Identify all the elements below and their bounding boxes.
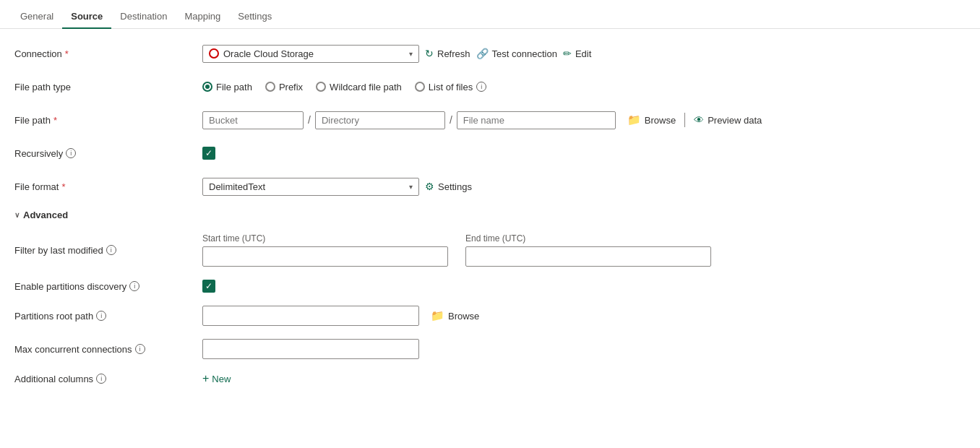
advanced-content: Filter by last modified i Start time (UT…: [14, 233, 966, 385]
partitions-root-path-input[interactable]: [202, 306, 419, 326]
recursively-control: ✓: [202, 147, 966, 160]
file-path-type-label: File path type: [14, 82, 202, 92]
additional-columns-control: + New: [202, 372, 231, 385]
plus-icon: +: [202, 372, 209, 385]
new-label: New: [212, 374, 231, 384]
recursively-check-mark: ✓: [205, 148, 212, 158]
advanced-toggle[interactable]: ∨ Advanced: [14, 210, 966, 220]
tab-destination[interactable]: Destination: [111, 5, 176, 29]
start-time-input[interactable]: [202, 246, 448, 267]
connection-dropdown[interactable]: Oracle Cloud Storage ▾: [202, 45, 419, 63]
max-connections-input[interactable]: [202, 339, 419, 359]
directory-input[interactable]: [315, 111, 445, 129]
filter-last-modified-info-icon: i: [106, 245, 116, 255]
add-column-button[interactable]: + New: [202, 372, 231, 385]
tab-general[interactable]: General: [12, 5, 62, 29]
tab-source[interactable]: Source: [62, 5, 111, 29]
radio-filepath[interactable]: File path: [202, 82, 252, 92]
recursively-info-icon: i: [66, 148, 76, 158]
file-path-control: / / 📁 Browse 👁 Preview data: [202, 111, 966, 129]
filter-last-modified-control: Start time (UTC) End time (UTC): [202, 233, 711, 267]
connection-dropdown-arrow: ▾: [409, 50, 413, 58]
connection-control: Oracle Cloud Storage ▾ ↻ Refresh 🔗 Test …: [202, 45, 966, 63]
max-connections-info-icon: i: [135, 344, 145, 354]
filter-last-modified-row: Filter by last modified i Start time (UT…: [14, 233, 966, 267]
preview-data-button[interactable]: 👁 Preview data: [694, 114, 762, 126]
tab-settings[interactable]: Settings: [229, 5, 280, 29]
test-connection-button[interactable]: 🔗 Test connection: [476, 48, 557, 59]
file-format-required: *: [61, 181, 65, 192]
enable-partitions-info-icon: i: [129, 281, 139, 291]
filename-input[interactable]: [457, 111, 616, 129]
filter-last-modified-label-text: Filter by last modified: [14, 245, 103, 256]
preview-label: Preview data: [708, 115, 762, 126]
partitions-browse-button[interactable]: 📁 Browse: [431, 309, 479, 322]
radio-wildcard-label: Wildcard file path: [330, 82, 402, 92]
additional-columns-label-text: Additional columns: [14, 374, 93, 384]
refresh-label: Refresh: [437, 48, 470, 59]
tab-bar: General Source Destination Mapping Setti…: [0, 0, 980, 29]
connection-value: Oracle Cloud Storage: [223, 48, 405, 59]
enable-partitions-label-text: Enable partitions discovery: [14, 281, 126, 292]
additional-columns-label: Additional columns i: [14, 374, 202, 384]
file-format-row: File format * DelimitedText ▾ ⚙ Settings: [14, 176, 966, 197]
start-time-item: Start time (UTC): [202, 233, 448, 267]
recursively-row: Recursively i ✓: [14, 143, 966, 163]
filter-last-modified-label: Filter by last modified i: [14, 245, 202, 256]
refresh-icon: ↻: [425, 48, 434, 59]
max-connections-label: Max concurrent connections i: [14, 344, 202, 355]
enable-partitions-row: Enable partitions discovery i ✓: [14, 280, 966, 293]
settings-gear-icon: ⚙: [425, 181, 434, 192]
file-path-type-radio-group: File path Prefix Wildcard file path List…: [202, 82, 486, 92]
bucket-input[interactable]: [202, 111, 304, 129]
partitions-browse-label: Browse: [448, 311, 479, 322]
connection-label-text: Connection: [14, 48, 62, 59]
max-connections-control: [202, 339, 419, 359]
radio-listfiles-input[interactable]: [415, 82, 425, 92]
file-format-dropdown[interactable]: DelimitedText ▾: [202, 178, 419, 196]
connection-label: Connection *: [14, 48, 202, 59]
main-content: Connection * Oracle Cloud Storage ▾ ↻ Re…: [0, 29, 980, 413]
radio-listfiles[interactable]: List of files i: [415, 82, 486, 92]
tab-mapping[interactable]: Mapping: [176, 5, 229, 29]
file-path-row: File path * / / 📁 Browse 👁 Preview data: [14, 110, 966, 130]
max-connections-label-text: Max concurrent connections: [14, 344, 132, 355]
file-format-control: DelimitedText ▾ ⚙ Settings: [202, 178, 966, 196]
enable-partitions-control: ✓: [202, 280, 215, 293]
edit-button[interactable]: ✏ Edit: [563, 48, 591, 59]
file-format-settings-button[interactable]: ⚙ Settings: [425, 181, 472, 192]
radio-prefix[interactable]: Prefix: [265, 82, 303, 92]
radio-prefix-input[interactable]: [265, 82, 275, 92]
file-format-arrow: ▾: [409, 183, 413, 191]
radio-wildcard[interactable]: Wildcard file path: [316, 82, 402, 92]
browse-folder-icon: 📁: [627, 113, 641, 126]
settings-label: Settings: [438, 181, 472, 192]
enable-partitions-label: Enable partitions discovery i: [14, 281, 202, 292]
partitions-root-path-row: Partitions root path i 📁 Browse: [14, 306, 966, 326]
path-sep-2: /: [450, 114, 452, 126]
file-path-label-text: File path: [14, 115, 51, 126]
additional-columns-info-icon: i: [96, 374, 106, 384]
end-time-input[interactable]: [465, 246, 711, 267]
end-time-item: End time (UTC): [465, 233, 711, 267]
recursively-checkbox[interactable]: ✓: [202, 147, 215, 160]
file-format-label-text: File format: [14, 181, 59, 192]
browse-preview-divider: [684, 113, 685, 127]
partitions-root-path-info-icon: i: [96, 311, 106, 321]
file-format-label: File format *: [14, 181, 202, 192]
browse-button[interactable]: 📁 Browse: [627, 113, 676, 126]
listfiles-info-icon: i: [476, 82, 486, 92]
connection-row: Connection * Oracle Cloud Storage ▾ ↻ Re…: [14, 43, 966, 64]
refresh-button[interactable]: ↻ Refresh: [425, 48, 470, 59]
radio-wildcard-input[interactable]: [316, 82, 326, 92]
file-path-inputs: / /: [202, 111, 616, 129]
partitions-root-path-label: Partitions root path i: [14, 311, 202, 322]
enable-partitions-checkbox[interactable]: ✓: [202, 280, 215, 293]
radio-listfiles-label: List of files: [429, 82, 473, 92]
file-path-type-row: File path type File path Prefix Wildcard…: [14, 77, 966, 97]
path-sep-1: /: [308, 114, 311, 126]
connection-db-icon: [209, 48, 219, 59]
preview-icon: 👁: [694, 114, 704, 126]
edit-icon: ✏: [563, 48, 572, 59]
radio-filepath-input[interactable]: [202, 82, 212, 92]
